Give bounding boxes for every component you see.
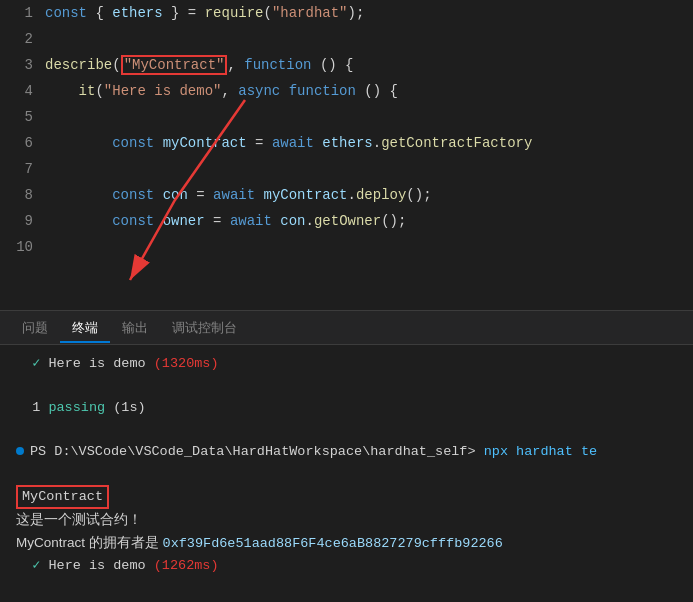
- token-fn: it: [79, 83, 96, 99]
- token-kw: await: [213, 187, 255, 203]
- code-line: 5: [0, 104, 693, 130]
- line-number: 3: [0, 52, 45, 78]
- line-content: const { ethers } = require("hardhat");: [45, 0, 364, 26]
- token-kw: await: [230, 213, 272, 229]
- token-kw: const: [112, 135, 154, 151]
- line-number: 5: [0, 104, 45, 130]
- terminal-line: [16, 463, 677, 485]
- token-punct: [45, 83, 79, 99]
- blue-dot: [16, 447, 24, 455]
- code-editor: 1const { ethers } = require("hardhat");2…: [0, 0, 693, 310]
- pass-count: 1: [16, 400, 48, 415]
- tab-problems[interactable]: 问题: [10, 313, 60, 343]
- token-punct: () {: [356, 83, 398, 99]
- token-var: con: [280, 213, 305, 229]
- token-punct: =: [188, 187, 213, 203]
- token-var: myContract: [264, 187, 348, 203]
- token-var: ethers: [322, 135, 372, 151]
- tab-debug-console[interactable]: 调试控制台: [160, 313, 249, 343]
- token-var: con: [163, 187, 188, 203]
- tab-terminal[interactable]: 终端: [60, 313, 110, 343]
- terminal-line: ✓ Here is demo (1262ms): [16, 555, 677, 577]
- token-punct: } =: [163, 5, 205, 21]
- code-line: 6 const myContract = await ethers.getCon…: [0, 130, 693, 156]
- check-icon: ✓: [16, 356, 40, 371]
- code-line: 8 const con = await myContract.deploy();: [0, 182, 693, 208]
- token-punct: [154, 213, 162, 229]
- token-kw: const: [45, 5, 87, 21]
- token-punct: ,: [221, 83, 238, 99]
- terminal-area: ✓ Here is demo (1320ms) 1 passing (1s) P…: [0, 345, 693, 602]
- token-method: deploy: [356, 187, 406, 203]
- token-punct: ();: [406, 187, 431, 203]
- terminal-line: [16, 375, 677, 397]
- tab-output[interactable]: 输出: [110, 313, 160, 343]
- token-punct: [45, 187, 112, 203]
- token-kw: const: [112, 213, 154, 229]
- code-line: 1const { ethers } = require("hardhat");: [0, 0, 693, 26]
- terminal-line: PS D:\VSCode\VSCode_Data\HardHatWorkspac…: [16, 441, 677, 463]
- code-lines: 1const { ethers } = require("hardhat");2…: [0, 0, 693, 260]
- token-punct: (: [95, 83, 103, 99]
- line-content: describe("MyContract", function () {: [45, 52, 354, 78]
- test-result: Here is demo: [40, 356, 153, 371]
- owner-address: 0xf39Fd6e51aad88F6F4ce6aB8827279cfffb922…: [163, 536, 503, 551]
- prompt-path: PS D:\VSCode\VSCode_Data\HardHatWorkspac…: [30, 444, 484, 459]
- highlighted-string: "MyContract": [121, 55, 228, 75]
- line-number: 10: [0, 234, 45, 260]
- token-kw: await: [272, 135, 314, 151]
- token-kw: const: [112, 187, 154, 203]
- token-punct: ,: [227, 57, 244, 73]
- pass-time: (1s): [105, 400, 146, 415]
- token-fn: describe: [45, 57, 112, 73]
- line-number: 6: [0, 130, 45, 156]
- passing-label: passing: [48, 400, 105, 415]
- token-punct: .: [348, 187, 356, 203]
- line-content: const myContract = await ethers.getContr…: [45, 130, 532, 156]
- terminal-line: MyContract 的拥有者是 0xf39Fd6e51aad88F6F4ce6…: [16, 532, 677, 555]
- terminal-line: [16, 419, 677, 441]
- code-line: 10: [0, 234, 693, 260]
- token-punct: [154, 135, 162, 151]
- token-punct: ();: [381, 213, 406, 229]
- line-number: 4: [0, 78, 45, 104]
- token-var: owner: [163, 213, 205, 229]
- line-number: 7: [0, 156, 45, 182]
- token-punct: [45, 213, 112, 229]
- terminal-line: 这是一个测试合约！: [16, 509, 677, 532]
- token-kw: async: [238, 83, 280, 99]
- owner-label: MyContract 的拥有者是: [16, 535, 163, 550]
- prompt-command: npx hardhat te: [484, 444, 597, 459]
- token-kw: function: [244, 57, 311, 73]
- chinese-text-1: 这是一个测试合约！: [16, 512, 142, 527]
- token-kw: function: [280, 83, 356, 99]
- token-method: getContractFactory: [381, 135, 532, 151]
- line-number: 9: [0, 208, 45, 234]
- token-punct: .: [306, 213, 314, 229]
- code-line: 2: [0, 26, 693, 52]
- token-fn: require: [205, 5, 264, 21]
- line-content: const con = await myContract.deploy();: [45, 182, 432, 208]
- code-line: 3describe("MyContract", function () {: [0, 52, 693, 78]
- panel-tabs: 问题 终端 输出 调试控制台: [0, 310, 693, 345]
- token-method: getOwner: [314, 213, 381, 229]
- token-str: "hardhat": [272, 5, 348, 21]
- code-line: 4 it("Here is demo", async function () {: [0, 78, 693, 104]
- test-time: (1320ms): [154, 356, 219, 371]
- line-number: 8: [0, 182, 45, 208]
- token-var: ethers: [112, 5, 162, 21]
- terminal-line: ✓ Here is demo (1320ms): [16, 353, 677, 375]
- token-punct: );: [348, 5, 365, 21]
- token-punct: .: [373, 135, 381, 151]
- token-str: "Here is demo": [104, 83, 222, 99]
- line-number: 1: [0, 0, 45, 26]
- token-punct: [255, 187, 263, 203]
- contract-name-box: MyContract: [16, 485, 109, 509]
- token-punct: [154, 187, 162, 203]
- token-punct: [45, 135, 112, 151]
- test-time-2: (1262ms): [154, 558, 219, 573]
- code-line: 9 const owner = await con.getOwner();: [0, 208, 693, 234]
- code-line: 7: [0, 156, 693, 182]
- line-content: const owner = await con.getOwner();: [45, 208, 406, 234]
- line-number: 2: [0, 26, 45, 52]
